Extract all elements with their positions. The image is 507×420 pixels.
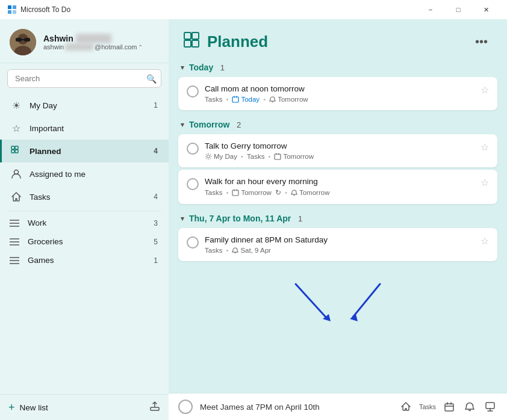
plus-icon: + — [8, 401, 15, 414]
tasks-count: 4 — [151, 193, 160, 201]
star-button-walk[interactable]: ☆ — [481, 177, 489, 188]
nav-label: My Day — [30, 101, 144, 110]
add-task-reminder-button[interactable] — [462, 400, 477, 414]
task-reminder: Tomorrow — [269, 96, 308, 103]
nav-label: Planned — [30, 147, 144, 156]
export-button[interactable] — [149, 401, 160, 414]
app-logo: Microsoft To Do — [7, 5, 417, 14]
svg-rect-44 — [232, 190, 238, 196]
svg-point-32 — [207, 155, 210, 158]
person-icon — [10, 168, 22, 180]
task-body-call-mom: Call mom at noon tomorrow Tasks • Today … — [205, 84, 474, 103]
close-button[interactable]: ✕ — [472, 0, 500, 19]
user-section: Ashwin ██████ ashwin██████@hotmail.com ⌃ — [0, 19, 169, 63]
sidebar-item-tasks[interactable]: Tasks 4 — [0, 185, 169, 208]
main-title: Planned — [207, 32, 268, 51]
search-input[interactable] — [7, 69, 161, 88]
bell-icon — [465, 402, 474, 412]
annotation-arrows — [178, 266, 497, 332]
task-list-ref: Tasks — [205, 96, 222, 103]
svg-rect-41 — [275, 154, 281, 159]
calendar-icon — [274, 153, 281, 160]
svg-rect-12 — [11, 150, 14, 153]
lists-nav: Work 3 Groceries 5 Games 1 — [0, 214, 169, 270]
task-list-ref: Tasks — [247, 153, 264, 160]
task-date: Tomorrow — [232, 189, 271, 196]
task-title-family-dinner: Family dinner at 8PM on Saturday — [205, 235, 474, 244]
export-icon — [149, 401, 160, 412]
home-icon — [401, 402, 411, 412]
sep: • — [226, 189, 228, 196]
maximize-button[interactable]: □ — [444, 0, 472, 19]
calendar-icon — [232, 96, 239, 103]
window-controls: − □ ✕ — [417, 0, 500, 19]
svg-line-49 — [353, 284, 380, 317]
calendar-icon — [444, 402, 454, 412]
svg-rect-29 — [232, 97, 238, 102]
add-task-input[interactable] — [200, 403, 391, 412]
list-icon-groceries — [8, 238, 20, 246]
star-button-call-mom[interactable]: ☆ — [481, 84, 489, 96]
task-title-walk: Walk for an hour every morning — [205, 177, 474, 186]
nav-divider — [7, 211, 161, 211]
task-meta-gerry: My Day • Tasks • Tomorrow — [205, 153, 474, 160]
sep: • — [263, 96, 266, 103]
task-body-family-dinner: Family dinner at 8PM on Saturday Tasks •… — [205, 235, 474, 254]
list-label-groceries: Groceries — [28, 237, 144, 246]
section-toggle-tomorrow[interactable]: ▾ Tomorrow 2 — [178, 115, 497, 134]
section-thu-apr: ▾ Thu, 7 Apr to Mon, 11 Apr 1 Family din… — [178, 209, 497, 261]
task-myday-ref: My Day — [205, 153, 237, 160]
section-toggle-thu-apr[interactable]: ▾ Thu, 7 Apr to Mon, 11 Apr 1 — [178, 209, 497, 228]
nav-label: Tasks — [30, 193, 144, 202]
sep: • — [285, 189, 287, 196]
svg-line-47 — [296, 284, 326, 317]
user-name: Ashwin ██████ — [43, 34, 159, 43]
sidebar-item-games[interactable]: Games 1 — [0, 251, 169, 270]
main-title-area: Planned — [183, 31, 268, 52]
add-task-circle-button[interactable] — [178, 400, 193, 414]
svg-line-37 — [206, 154, 207, 155]
games-count: 1 — [151, 256, 160, 265]
sidebar-item-important[interactable]: ☆ Important — [0, 117, 169, 140]
section-count-today: 1 — [218, 63, 225, 72]
sidebar-item-work[interactable]: Work 3 — [0, 214, 169, 232]
add-task-assign-button[interactable] — [483, 400, 497, 414]
task-card-family-dinner: Family dinner at 8PM on Saturday Tasks •… — [178, 228, 497, 261]
task-check-walk[interactable] — [187, 178, 199, 190]
task-reminder: Tomorrow — [291, 189, 329, 196]
sidebar: Ashwin ██████ ashwin██████@hotmail.com ⌃… — [0, 19, 169, 420]
sep: • — [268, 153, 270, 160]
task-check-gerry[interactable] — [187, 143, 199, 155]
main-content: Planned ••• ▾ Today 1 Call mom at noon t… — [169, 19, 507, 420]
sidebar-footer: + New list — [0, 394, 169, 420]
svg-rect-10 — [11, 146, 14, 149]
add-task-calendar-button[interactable] — [442, 400, 456, 414]
star-button-gerry[interactable]: ☆ — [481, 141, 489, 153]
new-list-button[interactable]: + New list — [8, 401, 48, 414]
section-toggle-today[interactable]: ▾ Today 1 — [178, 58, 497, 77]
task-check-family-dinner[interactable] — [187, 236, 199, 249]
sidebar-item-assigned[interactable]: Assigned to me — [0, 162, 169, 185]
logo-icon — [7, 5, 17, 14]
sidebar-item-my-day[interactable]: ☀ My Day 1 — [0, 94, 169, 117]
svg-rect-1 — [13, 5, 16, 9]
list-label-work: Work — [28, 218, 144, 227]
svg-rect-0 — [8, 5, 11, 9]
task-meta-walk: Tasks • Tomorrow ↻ • Tomorrow — [205, 188, 474, 197]
add-task-actions: Tasks — [399, 400, 497, 414]
task-check-call-mom[interactable] — [187, 85, 199, 97]
sidebar-item-planned[interactable]: Planned 4 — [0, 140, 169, 162]
minimize-button[interactable]: − — [417, 0, 444, 19]
more-options-button[interactable]: ••• — [470, 32, 493, 51]
annotation-svg — [247, 278, 428, 326]
task-list-area: ▾ Today 1 Call mom at noon tomorrow Task… — [169, 58, 507, 393]
list-icon-work — [8, 219, 20, 227]
star-button-family-dinner[interactable]: ☆ — [481, 235, 489, 247]
add-task-home-button[interactable] — [399, 400, 413, 414]
task-card-gerry: Talk to Gerry tomorrow My Day • Tasks • — [178, 134, 497, 167]
bell-icon — [291, 190, 297, 196]
svg-rect-9 — [22, 39, 24, 40]
sidebar-item-groceries[interactable]: Groceries 5 — [0, 232, 169, 251]
sun-icon — [205, 153, 212, 160]
search-icon[interactable]: 🔍 — [146, 74, 157, 84]
